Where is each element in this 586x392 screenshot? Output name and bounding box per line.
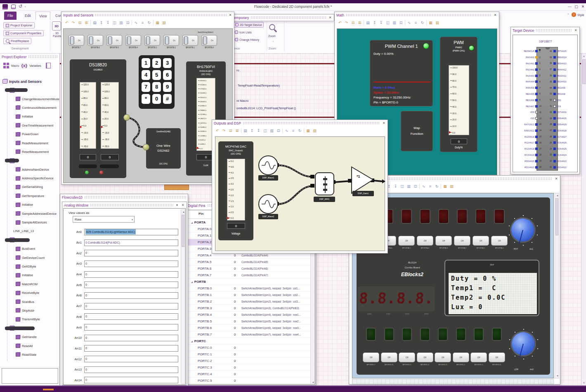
keypad-component[interactable]: 123456789*0# <box>139 55 175 109</box>
align-icon[interactable]: ≡ <box>140 20 145 26</box>
pin-pad[interactable] <box>553 123 556 126</box>
button-porta.0[interactable]: Off <box>491 236 508 246</box>
undo-icon[interactable]: ↶ <box>64 20 69 26</box>
split-icon[interactable]: ◫ <box>385 20 390 26</box>
analog-scrollbar[interactable]: ▲ <box>181 209 185 384</box>
tree-item-samplealldevices[interactable]: SampleAllDevices <box>2 218 59 227</box>
pin-column-header[interactable]: Pin <box>198 212 203 216</box>
pin-pad[interactable] <box>553 141 556 144</box>
close-button[interactable]: ✕ <box>580 5 586 9</box>
tree-item-readstate[interactable]: ReadState <box>2 350 59 359</box>
properties-icon[interactable]: ▥ <box>406 184 411 189</box>
toggle-switch[interactable]: On <box>87 35 103 46</box>
ribbon-button-find-replace[interactable]: Find/Replace <box>3 38 31 44</box>
grid-icon[interactable]: ▦ <box>442 184 448 189</box>
bring-front-icon[interactable]: ↥ <box>372 20 377 26</box>
tree-item-link_line_13[interactable]: LINK_LINE_13 <box>2 227 59 235</box>
tree-item-readmeasurement[interactable]: ReadMeasurement <box>2 138 59 147</box>
analog-value-field[interactable]: 0 <box>84 335 178 341</box>
analog-value-field[interactable]: 0 <box>84 292 178 299</box>
pin-pad[interactable] <box>553 93 556 95</box>
keypad-key-0[interactable]: 0 <box>152 94 161 104</box>
button-portd.1[interactable]: Off <box>470 352 487 362</box>
keypad-key-2[interactable]: 2 <box>152 58 161 68</box>
pin-pad[interactable] <box>553 75 556 77</box>
bring-front-icon[interactable]: ↥ <box>99 20 104 26</box>
pin-row-portb.2[interactable]: PORTB.20SwitchArraySlider1(pin2), keypad… <box>188 298 310 305</box>
list-icon[interactable]: ▤ <box>243 128 248 134</box>
collapse-ribbon-icon[interactable]: ⌃ <box>567 13 569 16</box>
toggle-switch[interactable]: On <box>163 35 179 46</box>
button-porta.2[interactable]: Off <box>454 236 470 246</box>
send-back-icon[interactable]: ↧ <box>378 20 384 26</box>
close-icon[interactable]: ✕ <box>574 28 578 32</box>
pin-row-portb.1[interactable]: PORTB.10SwitchArraySlider1(pin1), keypad… <box>188 292 310 298</box>
pin-pad[interactable] <box>553 154 556 156</box>
pwm-channel-component[interactable]: PWM Channel 1 Duty = 0.00% Mark = 0.00us… <box>370 40 433 106</box>
button-porta.1[interactable]: Off <box>473 236 489 246</box>
analog-value-field[interactable]: 0 <box>84 282 178 288</box>
copy-icon[interactable]: ⊟ <box>228 128 233 134</box>
inputs-sensors-window[interactable]: Inputs and Sensors✕ ↶↷⊟⊞▤↥↧◫▥⊡∿≡↻▦▨ Swit… <box>61 12 234 185</box>
pin-pad[interactable] <box>535 62 538 65</box>
ribbon-button-project-explorer[interactable]: Project Explorer <box>3 22 35 28</box>
toggle-switch[interactable]: On <box>125 35 141 46</box>
keypad-key-9[interactable]: 9 <box>163 82 172 92</box>
tree-item-skipaddr[interactable]: SkipAddr <box>2 306 59 315</box>
onewire-component[interactable]: OneWireDS2482 One Wire DS2482 (I2C CH1) <box>146 128 181 169</box>
grid-icon[interactable]: ▦ <box>155 20 160 26</box>
dac-slider[interactable]: 5.04.54.03.53.02.52.01.51.00.50.0 <box>227 159 245 221</box>
pwm-duty-slider[interactable]: 100.090.080.070.060.050.040.030.020.010.… <box>449 65 469 135</box>
button-portd.6[interactable]: Off <box>381 352 397 362</box>
analog-value-field[interactable]: 0 <box>84 261 178 267</box>
analog-value-field[interactable]: 0 <box>84 271 178 278</box>
scroll-down-icon[interactable]: ▼ <box>581 382 586 384</box>
quick-access-caret-icon[interactable]: ▾ <box>25 5 26 8</box>
pin-row-portb.5[interactable]: PORTB.50SwitchArraySlider1(pin5), keypad… <box>188 318 310 325</box>
minimize-button[interactable]: — <box>567 5 572 9</box>
tree-item-powerdown[interactable]: PowerDown <box>2 130 59 138</box>
button-portd.3[interactable]: Off <box>435 352 451 362</box>
analog-value-field[interactable]: 825 ComboBL0114(LightSensor ADC) <box>84 229 178 235</box>
send-back-icon[interactable]: ↧ <box>256 128 261 134</box>
keypad-key-8[interactable]: 8 <box>152 82 161 92</box>
view-mode-dropdown[interactable]: Raw ▾ <box>73 216 135 223</box>
pin-row-porta.6[interactable]: PORTA.60ComboBL0114(PinA6) <box>188 265 310 272</box>
tree-item-transmitbyte[interactable]: TransmitByte <box>2 315 59 324</box>
tree-item-switcharrayslider1[interactable]: SwitchArraySlider1 <box>2 324 59 333</box>
properties-icon[interactable]: ▥ <box>392 20 397 26</box>
scroll-up-icon[interactable]: ▲ <box>181 211 186 213</box>
scope-icon[interactable]: ∿ <box>133 20 139 26</box>
tree-item-onetimemeasurement[interactable]: OneTimeMeasurement <box>2 121 59 130</box>
close-icon[interactable]: ✕ <box>328 16 332 19</box>
analog-value-field[interactable]: 0 <box>84 356 178 362</box>
eblocks-vscrollbar[interactable]: ▲ ▼ <box>555 193 559 378</box>
tree-item-getdevicecount[interactable]: GetDeviceCount <box>2 253 59 262</box>
app-vertical-scrollbar[interactable]: ▲ ▼ <box>581 54 586 385</box>
flowchart-block[interactable] <box>164 185 189 190</box>
copy-icon[interactable]: ⊟ <box>350 20 356 26</box>
pin-pad[interactable] <box>553 68 556 71</box>
close-icon[interactable]: ✕ <box>493 13 497 17</box>
tree-item-resetmeasurement[interactable]: ResetMeasurement <box>2 148 59 156</box>
analog-value-field[interactable]: 0 <box>84 313 178 320</box>
snap-icon[interactable]: ⊡ <box>398 20 404 26</box>
tree-item-initialise[interactable]: Initialise <box>2 112 59 121</box>
snap-icon[interactable]: ⊡ <box>413 184 418 189</box>
pin-pad[interactable] <box>553 80 556 83</box>
pin-pad[interactable] <box>553 111 556 113</box>
close-icon[interactable]: ✕ <box>181 203 185 207</box>
bring-front-icon[interactable]: ↥ <box>249 128 255 134</box>
view-toggle-2d-target-device[interactable]: 2D Target Device <box>234 22 264 28</box>
dac-component[interactable]: MCP47x6 DAC DAC_Output1 (I2C CH1) 5.04.5… <box>218 141 253 240</box>
texture-icon[interactable]: ▨ <box>312 128 317 134</box>
pin-pad[interactable] <box>535 93 538 95</box>
tree-item-initialise[interactable]: Initialise <box>2 271 59 279</box>
list-icon[interactable]: ▤ <box>365 20 371 26</box>
pin-pad[interactable] <box>553 105 556 108</box>
button-porta.5[interactable]: Off <box>398 236 415 246</box>
analog-value-field[interactable]: 0 ComboBL0114(Pot ADC) <box>84 239 178 246</box>
restore-button[interactable]: ▢ <box>574 5 579 9</box>
group-expander-icon[interactable]: ◢ <box>191 221 193 224</box>
close-icon[interactable]: ✕ <box>382 121 386 125</box>
